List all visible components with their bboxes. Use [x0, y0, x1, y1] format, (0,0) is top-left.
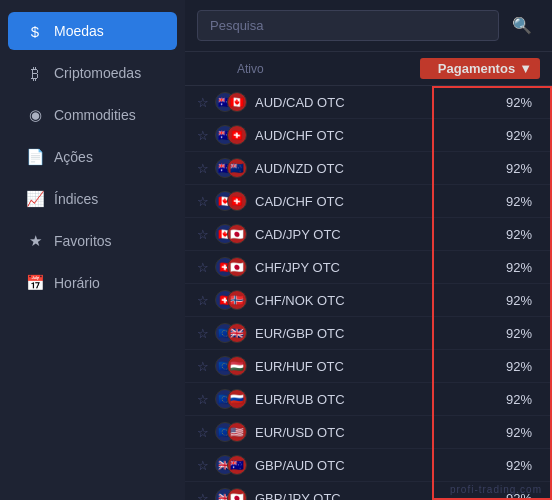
flag-pair: 🇦🇺🇨🇭: [215, 124, 247, 146]
horario-icon: 📅: [26, 274, 44, 292]
sidebar-item-favoritos[interactable]: ★Favoritos: [8, 222, 177, 260]
payment-value: 92%: [420, 326, 540, 341]
sidebar-item-indices[interactable]: 📈Índices: [8, 180, 177, 218]
favorite-star-icon[interactable]: ☆: [197, 392, 209, 407]
flag-pair: 🇦🇺🇨🇦: [215, 91, 247, 113]
favorite-star-icon[interactable]: ☆: [197, 194, 209, 209]
flag-pair: 🇪🇺🇷🇺: [215, 388, 247, 410]
sidebar-label-commodities: Commodities: [54, 107, 136, 123]
sort-icon: ▼: [519, 61, 532, 76]
table-row[interactable]: ☆🇦🇺🇨🇭AUD/CHF OTC92%: [185, 119, 552, 152]
table-row[interactable]: ☆🇦🇺🇳🇿AUD/NZD OTC92%: [185, 152, 552, 185]
asset-name: EUR/GBP OTC: [255, 326, 420, 341]
table-row[interactable]: ☆🇪🇺🇭🇺EUR/HUF OTC92%: [185, 350, 552, 383]
table-header: Ativo Pagamentos ▼: [185, 52, 552, 86]
flag2-icon: 🇷🇺: [227, 389, 247, 409]
flag-pair: 🇨🇦🇯🇵: [215, 223, 247, 245]
app-container: $Moedas₿Criptomoedas◉Commodities📄Ações📈Í…: [0, 0, 552, 500]
payment-value: 92%: [420, 194, 540, 209]
flag2-icon: 🇦🇺: [227, 455, 247, 475]
flag-pair: 🇦🇺🇳🇿: [215, 157, 247, 179]
table-row[interactable]: ☆🇪🇺🇬🇧EUR/GBP OTC92%: [185, 317, 552, 350]
sidebar-label-criptomoedas: Criptomoedas: [54, 65, 141, 81]
indices-icon: 📈: [26, 190, 44, 208]
favorite-star-icon[interactable]: ☆: [197, 326, 209, 341]
favorite-star-icon[interactable]: ☆: [197, 227, 209, 242]
commodities-icon: ◉: [26, 106, 44, 124]
payment-value: 92%: [420, 128, 540, 143]
asset-name: AUD/CAD OTC: [255, 95, 420, 110]
table-row[interactable]: ☆🇨🇦🇨🇭CAD/CHF OTC92%: [185, 185, 552, 218]
asset-name: EUR/HUF OTC: [255, 359, 420, 374]
flag2-icon: 🇺🇸: [227, 422, 247, 442]
payment-value: 92%: [420, 458, 540, 473]
sidebar: $Moedas₿Criptomoedas◉Commodities📄Ações📈Í…: [0, 0, 185, 500]
favorite-star-icon[interactable]: ☆: [197, 359, 209, 374]
favorite-star-icon[interactable]: ☆: [197, 260, 209, 275]
flag2-icon: 🇯🇵: [227, 224, 247, 244]
asset-name: EUR/RUB OTC: [255, 392, 420, 407]
search-button[interactable]: 🔍: [504, 11, 540, 40]
sidebar-label-indices: Índices: [54, 191, 98, 207]
favorite-star-icon[interactable]: ☆: [197, 161, 209, 176]
criptomoedas-icon: ₿: [26, 64, 44, 82]
payment-value: 92%: [420, 227, 540, 242]
asset-name: AUD/CHF OTC: [255, 128, 420, 143]
sidebar-item-criptomoedas[interactable]: ₿Criptomoedas: [8, 54, 177, 92]
flag2-icon: 🇳🇴: [227, 290, 247, 310]
table-row[interactable]: ☆🇨🇭🇳🇴CHF/NOK OTC92%: [185, 284, 552, 317]
asset-name: CAD/JPY OTC: [255, 227, 420, 242]
asset-name: AUD/NZD OTC: [255, 161, 420, 176]
favorite-star-icon[interactable]: ☆: [197, 293, 209, 308]
table-row[interactable]: ☆🇦🇺🇨🇦AUD/CAD OTC92%: [185, 86, 552, 119]
col-payments-header[interactable]: Pagamentos ▼: [420, 58, 540, 79]
payment-value: 92%: [420, 161, 540, 176]
sidebar-label-horario: Horário: [54, 275, 100, 291]
favorite-star-icon[interactable]: ☆: [197, 425, 209, 440]
col-asset-header: Ativo: [197, 62, 420, 76]
table-row[interactable]: ☆🇨🇦🇯🇵CAD/JPY OTC92%: [185, 218, 552, 251]
acoes-icon: 📄: [26, 148, 44, 166]
flag2-icon: 🇯🇵: [227, 488, 247, 500]
sidebar-item-moedas[interactable]: $Moedas: [8, 12, 177, 50]
sidebar-item-commodities[interactable]: ◉Commodities: [8, 96, 177, 134]
table-body: ☆🇦🇺🇨🇦AUD/CAD OTC92%☆🇦🇺🇨🇭AUD/CHF OTC92%☆🇦…: [185, 86, 552, 500]
flag2-icon: 🇬🇧: [227, 323, 247, 343]
payment-value: 92%: [420, 425, 540, 440]
flag-pair: 🇬🇧🇦🇺: [215, 454, 247, 476]
favorite-star-icon[interactable]: ☆: [197, 128, 209, 143]
asset-name: GBP/AUD OTC: [255, 458, 420, 473]
watermark: profi-trading.com: [450, 484, 542, 495]
asset-name: EUR/USD OTC: [255, 425, 420, 440]
favorite-star-icon[interactable]: ☆: [197, 491, 209, 501]
payment-value: 92%: [420, 293, 540, 308]
favorite-star-icon[interactable]: ☆: [197, 458, 209, 473]
sidebar-item-acoes[interactable]: 📄Ações: [8, 138, 177, 176]
table-row[interactable]: ☆🇨🇭🇯🇵CHF/JPY OTC92%: [185, 251, 552, 284]
moedas-icon: $: [26, 22, 44, 40]
payment-value: 92%: [420, 392, 540, 407]
sidebar-label-moedas: Moedas: [54, 23, 104, 39]
flag-pair: 🇪🇺🇬🇧: [215, 322, 247, 344]
flag2-icon: 🇨🇭: [227, 125, 247, 145]
flag-pair: 🇪🇺🇺🇸: [215, 421, 247, 443]
asset-name: GBP/JPY OTC: [255, 491, 420, 501]
flag-pair: 🇨🇭🇯🇵: [215, 256, 247, 278]
asset-name: CHF/NOK OTC: [255, 293, 420, 308]
favoritos-icon: ★: [26, 232, 44, 250]
payment-value: 92%: [420, 260, 540, 275]
sidebar-label-acoes: Ações: [54, 149, 93, 165]
flag-pair: 🇪🇺🇭🇺: [215, 355, 247, 377]
search-bar: 🔍: [185, 0, 552, 52]
flag2-icon: 🇭🇺: [227, 356, 247, 376]
favorite-star-icon[interactable]: ☆: [197, 95, 209, 110]
search-input[interactable]: [197, 10, 499, 41]
flag-pair: 🇨🇦🇨🇭: [215, 190, 247, 212]
flag-pair: 🇨🇭🇳🇴: [215, 289, 247, 311]
flag2-icon: 🇳🇿: [227, 158, 247, 178]
flag-pair: 🇬🇧🇯🇵: [215, 487, 247, 500]
table-row[interactable]: ☆🇪🇺🇺🇸EUR/USD OTC92%: [185, 416, 552, 449]
table-row[interactable]: ☆🇬🇧🇦🇺GBP/AUD OTC92%: [185, 449, 552, 482]
sidebar-item-horario[interactable]: 📅Horário: [8, 264, 177, 302]
table-row[interactable]: ☆🇪🇺🇷🇺EUR/RUB OTC92%: [185, 383, 552, 416]
